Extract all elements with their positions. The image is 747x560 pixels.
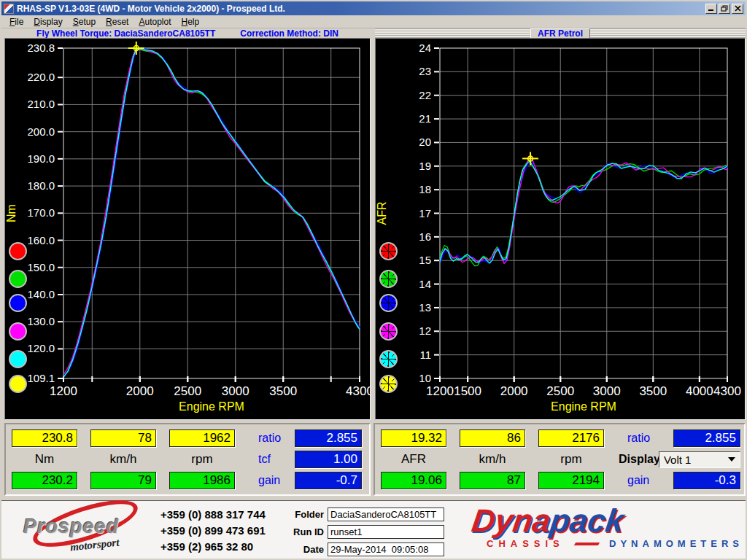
run-color-button-6[interactable] (379, 375, 398, 393)
dynapack-chassis: CHASSIS (487, 538, 565, 549)
svg-text:17: 17 (419, 207, 431, 219)
menu-display[interactable]: Display (28, 16, 67, 28)
run-info-fields: Folder DaciaSanderoCA8105TT Run ID runse… (286, 505, 444, 558)
svg-text:2500: 2500 (546, 384, 574, 398)
run-color-button-1[interactable] (9, 242, 27, 260)
menu-file[interactable]: File (4, 16, 28, 28)
folder-field[interactable]: DaciaSanderoCA8105TT (328, 508, 444, 521)
run-color-button-1[interactable] (379, 242, 398, 260)
ratio-label: ratio (248, 432, 282, 445)
speed-unit: km/h (90, 452, 156, 467)
torque-peak-value: 230.8 (12, 429, 77, 447)
run-color-button-5[interactable] (9, 350, 27, 368)
display-select-value: Volt 1 (664, 454, 692, 466)
torque-title: Fly Wheel Torque: DaciaSanderoCA8105TT (36, 28, 215, 39)
title-bar: RHAS-SP V1.3-03E (4WD - Motor Vehicle 2x… (1, 1, 746, 15)
run-color-button-6[interactable] (9, 375, 27, 393)
chart-headers: Fly Wheel Torque: DaciaSanderoCA8105TT C… (1, 28, 746, 38)
series-run-cyan (440, 161, 727, 263)
run-color-button-4[interactable] (9, 322, 27, 341)
svg-text:210.0: 210.0 (27, 98, 55, 110)
runid-field[interactable]: runset1 (328, 525, 444, 539)
dynapack-logo: Dynapack CHASSIS DYNAMOMETERS (472, 504, 743, 558)
run-color-button-2[interactable] (379, 270, 398, 288)
svg-text:10: 10 (419, 372, 431, 384)
svg-text:1500: 1500 (454, 384, 481, 398)
close-button[interactable] (732, 4, 743, 14)
svg-text:170.0: 170.0 (27, 206, 55, 219)
runid-label: Run ID (286, 526, 324, 537)
menu-bar: FileDisplaySetupResetAutoplotHelp (1, 15, 746, 28)
menu-reset[interactable]: Reset (101, 16, 133, 28)
svg-text:12: 12 (419, 324, 431, 337)
dynapack-dash (574, 542, 600, 545)
afr-run-selectors (379, 39, 399, 419)
window-title: RHAS-SP V1.3-03E (4WD - Motor Vehicle 2x… (17, 4, 705, 14)
date-field[interactable]: 29-May-2014 09:05:08 (328, 542, 444, 556)
svg-text:2500: 2500 (174, 384, 201, 398)
run-color-button-4[interactable] (379, 322, 398, 341)
afr-gain-label: gain (617, 474, 660, 487)
menu-autoplot[interactable]: Autoplot (133, 16, 176, 28)
torque-unit: Nm (12, 452, 77, 467)
svg-text:21: 21 (419, 112, 431, 125)
svg-text:Engine RPM: Engine RPM (179, 400, 244, 413)
afr-peak-rpm: 2176 (538, 429, 604, 447)
svg-text:19: 19 (419, 160, 431, 172)
afr-title: AFR Petrol (530, 28, 590, 39)
footer: Prospeed motorsport +359 (0) 888 317 744… (1, 500, 746, 559)
restore-button[interactable] (719, 4, 730, 14)
afr-cur-value: 19.06 (381, 472, 446, 489)
gain-label: gain (248, 474, 282, 487)
afr-chart-panel: 2423222120191817161514131211101200150020… (375, 38, 746, 420)
svg-text:23: 23 (419, 65, 431, 77)
afr-unit: AFR (381, 452, 446, 467)
svg-text:Engine RPM: Engine RPM (551, 400, 616, 413)
svg-text:22: 22 (419, 89, 431, 101)
svg-text:18: 18 (419, 183, 431, 195)
phone-numbers: +359 (0) 888 317 744 +359 (0) 899 473 69… (160, 507, 266, 555)
afr-cur-speed: 87 (460, 472, 525, 489)
svg-text:230.8: 230.8 (27, 42, 55, 54)
svg-text:3500: 3500 (639, 384, 667, 398)
svg-text:190.0: 190.0 (27, 152, 55, 165)
minimize-button[interactable] (705, 4, 717, 14)
charts-area: 230.8220.0210.0200.0190.0180.0170.0160.0… (1, 38, 746, 421)
torque-run-selectors (8, 39, 28, 419)
afr-chart[interactable]: 2423222120191817161514131211101200150020… (376, 39, 745, 419)
svg-text:11: 11 (419, 349, 431, 361)
svg-text:109.1: 109.1 (27, 372, 55, 384)
dynapack-name-right: pack (548, 502, 626, 538)
torque-cur-rpm: 1986 (169, 472, 235, 489)
correction-method: Correction Method: DIN (240, 28, 338, 39)
run-color-button-3[interactable] (9, 294, 27, 312)
afr-readout-panel: 19.32 86 2176 ratio 2.855 AFR km/h rpm D… (374, 423, 746, 496)
menu-setup[interactable]: Setup (68, 16, 101, 28)
afr-gain-value: -0.3 (673, 472, 740, 489)
svg-text:150.0: 150.0 (27, 261, 55, 273)
close-icon (735, 5, 741, 12)
svg-text:4300: 4300 (713, 384, 741, 398)
run-color-button-2[interactable] (9, 270, 27, 288)
run-color-button-5[interactable] (379, 350, 398, 368)
display-select[interactable]: Volt 1 (659, 451, 740, 468)
svg-text:120.0: 120.0 (27, 342, 55, 354)
display-label: Display (617, 453, 660, 466)
svg-text:1200: 1200 (50, 384, 77, 398)
torque-cur-value: 230.2 (12, 472, 77, 489)
restore-icon (721, 5, 728, 12)
date-label: Date (286, 544, 324, 555)
app-icon (4, 4, 14, 14)
torque-cur-speed: 79 (90, 472, 156, 489)
ratio-value: 2.855 (295, 429, 362, 447)
folder-label: Folder (286, 509, 324, 520)
series-run-magenta (440, 156, 727, 263)
torque-chart[interactable]: 230.8220.0210.0200.0190.0180.0170.0160.0… (5, 39, 370, 419)
run-color-button-3[interactable] (379, 294, 398, 312)
dynapack-dynamometers: DYNAMOMETERS (609, 538, 743, 549)
svg-text:20: 20 (419, 136, 431, 148)
torque-peak-rpm: 1962 (169, 429, 235, 447)
menu-help[interactable]: Help (177, 16, 205, 28)
dynapack-name-left: Dyna (470, 502, 553, 538)
svg-text:24: 24 (419, 42, 431, 54)
